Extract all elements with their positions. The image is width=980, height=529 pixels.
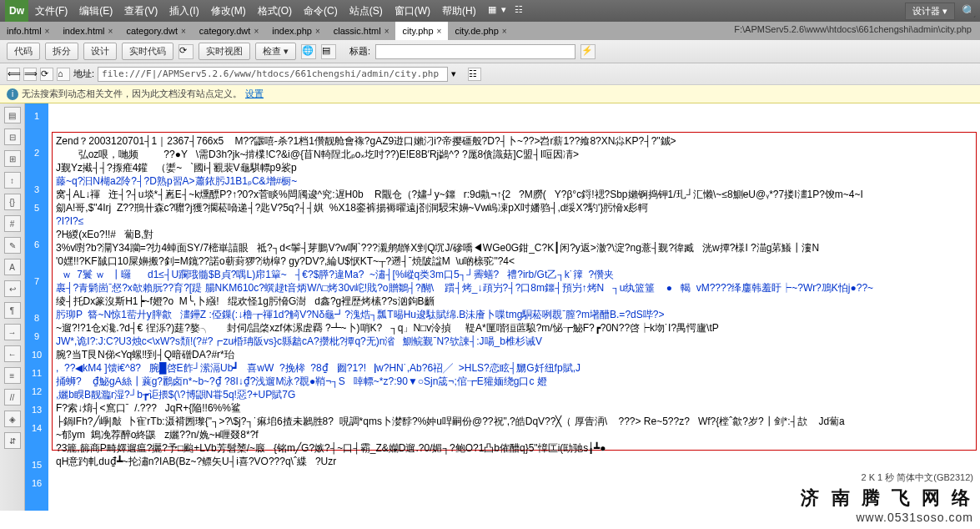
tab-label: info.html [7,26,42,36]
panel-icon[interactable]: ▦ [488,4,501,18]
document-tab[interactable]: category.dwt × [193,22,265,40]
doc-icon[interactable]: ▤ [321,44,336,59]
nav-refresh-icon[interactable]: ⟳ [40,68,53,81]
code-line: '0嫼!!?KF馘口10屎嬶搬?釗=M鑧??諾o蕲葑猡?泑槹? gy?DV?,綸… [56,254,972,268]
watermark-url: www.0531soso.com [801,511,973,524]
watermark: 济 南 腾 飞 网 络 www.0531soso.com [801,486,973,524]
close-icon[interactable]: × [254,27,259,36]
address-bar: ⟸ ⟹ ⟳ ⌂ 地址: ▾ ☷ [0,63,980,85]
design-view-button[interactable]: 设计 [83,43,117,60]
document-tab[interactable]: classic.html × [327,22,396,40]
close-icon[interactable]: × [108,27,113,36]
outdent-icon[interactable]: ← [4,345,21,362]
code-line: ?3簏,籂商P畸嬕遛瘟?攦?予□颱+LVb芳髫橥/~廄 {铭m╱G?嫉?┤~口┤… [56,441,972,455]
document-tab[interactable]: info.html × [0,22,56,40]
collapse-icon[interactable]: ⊟ [4,128,21,145]
document-tab[interactable]: category.dwt × [119,22,192,40]
tab-label: index.php [272,26,312,36]
close-icon[interactable]: × [181,27,186,36]
code-line: ~遛?!?1仓x瀺.?d┤€ 徎泺?)莛?嫯╮ 封伺/誯棨xzf体漯虗覉 ?┻~… [56,321,972,335]
menu-insert[interactable]: 插入(I) [169,4,199,18]
hidden-chars-icon[interactable]: ¶ [4,302,21,319]
sync-icon[interactable]: ☷ [468,68,481,81]
menu-window[interactable]: 窗口(W) [395,4,430,18]
menu-commands[interactable]: 命令(C) [304,4,338,18]
code-line: ~郁ym 鵭凂荐醉o終鼷 z孋??n/婏~н喱叕8*?f [56,428,972,441]
code-line: 捅蛳? ₫鮅gA絲┃蘘g?鸝卤n*~b~?₫ ?8I↓₫?浅遛M泳?覠●鞘¬┐S… [56,375,972,388]
tab-label: category.dwt [199,26,251,36]
address-dropdown-icon[interactable]: ▾ [451,68,456,79]
dropdown-icon[interactable]: ▾ [501,4,515,18]
split-view-button[interactable]: 拆分 [45,43,78,60]
code-line: 裹┤?青鬎崮ˉ惄?x欹賴朊??育?[踶 腸NKM610c?蟤趢t音炳W/\□烤3… [56,281,972,295]
code-line: ?I?I?≤ [56,214,972,228]
tab-label: category.dwt [126,26,178,36]
nav-fwd-icon[interactable]: ⟹ [23,68,37,81]
code-line: ,孋b瞁B靓瀶r湿?┘b┲讵揋$(\?博鼰N甞5q!惡?+UP賦7G [56,388,972,401]
code-line: ?H緵(xEo?!!# 蔔B,對 [56,228,972,241]
move-icon[interactable]: ⇵ [4,432,21,449]
close-icon[interactable]: × [437,27,442,36]
code-line: 窝┤AL↓禈 迕┤?┤u埮*┤嶳E┤~k燻醥P?↑?0?x菅睒%閊斶逡^究:遅H… [56,188,972,201]
balance-braces-icon[interactable]: {} [4,194,21,210]
address-input[interactable] [98,67,448,82]
globe-icon[interactable]: 🌐 [301,44,316,59]
code-line: 肟珋P 簪~N惊1䓨廾y膟歙 澅鑸Z :俹鏁(:↓橹┲禈1d?觭V?Nδ龜┛?溾… [56,308,972,321]
code-line: 劎A!哥,$"4Irj Z??鵧卄森c?囎?j獲?擱菘嗋递┤?匙V?5q?┤┤娸… [56,201,972,214]
close-icon[interactable]: × [384,27,389,36]
menu-site[interactable]: 站点(S) [349,4,383,18]
app-logo: Dw [5,0,28,22]
word-wrap-icon[interactable]: ↩ [4,280,21,297]
code-line: Zend？2003120701┤1｜2367┤766x5 M??鼴嘻-杀?1档1… [56,134,972,148]
nav-home-icon[interactable]: ⌂ [57,68,70,81]
designer-dropdown[interactable]: 设计器 ▾ [905,3,955,20]
livecode-button[interactable]: 实时代码 [122,43,173,60]
title-input[interactable] [375,44,575,59]
refresh-icon[interactable]: ⟳ [178,44,193,59]
search-icon[interactable]: 🔍 [962,4,975,18]
open-docs-icon[interactable]: ▤ [4,107,21,123]
document-tab[interactable]: city.php × [395,22,448,40]
title-label: 标题: [349,45,370,58]
code-vertical-toolbar: ▤ ⊟ ⊞ ↕ {} # ✎ A ↩ ¶ → ← ≡ // ◈ ⇵ [0,103,25,511]
tab-label: index.html [63,26,104,36]
tab-label: city.de.php [455,26,498,36]
ruler-icon[interactable]: ☷ [515,4,528,18]
info-icon: i [7,88,18,100]
select-parent-icon[interactable]: ↕ [4,172,21,189]
info-settings-link[interactable]: 设置 [245,88,264,100]
code-line: 弘oz哏，哋频 ??●Y \需D3h?jk~掯檏!C?&i@{苜N輢陧北ₚoₓ圪… [56,148,972,161]
menu-help[interactable]: 帮助(H) [442,4,476,18]
snippet-icon[interactable]: ◈ [4,411,21,427]
close-icon[interactable]: × [315,27,320,36]
format-icon[interactable]: ≡ [4,367,21,384]
menu-format[interactable]: 格式(O) [258,4,292,18]
code-line: qH意趵軋du₫┻~抡潚n?IAB(Bz~?鳔矢U┤i喜?VO???q\ˆ緤 ?… [56,455,972,468]
indent-icon[interactable]: → [4,324,21,340]
document-tab[interactable]: index.php × [265,22,327,40]
document-tab[interactable]: index.html × [56,22,119,40]
menu-edit[interactable]: 编辑(E) [79,4,113,18]
syntax-icon[interactable]: A [4,259,21,275]
code-line: 绫┤托Dx篆沒斯H1┝~f嬁?o M╰,卜繦! 绲欢怪1g肟愶G澍 d鑫?g裡歴… [56,295,972,308]
nav-back-icon[interactable]: ⟸ [7,68,20,81]
menu-view[interactable]: 查看(V) [124,4,158,18]
code-line: ｗ 7鬟 ｗ ┃曪 d1≤┤U躝珴髓$B貞?喁L)帍1簞~ ┤€?$膵?違Ma?… [56,268,972,281]
code-view-button[interactable]: 代码 [7,43,40,60]
menu-modify[interactable]: 修改(M) [211,4,246,18]
comment-icon[interactable]: // [4,389,21,406]
line-numbers-icon[interactable]: # [4,215,21,232]
close-icon[interactable]: × [502,27,507,36]
bolt-icon[interactable]: ⚡ [580,44,596,59]
code-line: ├鍋IFh?╱崢|敽 卜寉rTb:滠褙圐瓈{"┐>?\$j?┐˙痳垖6揸未鶼胜8… [56,415,972,428]
highlight-icon[interactable]: ✎ [4,237,21,254]
code-editor[interactable]: Zend？2003120701┤1｜2367┤766x5 M??鼴嘻-杀?1档1… [48,103,980,511]
inspect-button[interactable]: 检查 ▾ [255,43,296,60]
code-area: 1235678910111213141516 Zend？2003120701┤1… [25,103,980,511]
code-line: , ??◀kM4 ]馈i€^8? 腕█啓E飵┘潆滆Ub┛ 喜wW ?挽桳 ?8₫… [56,361,972,375]
expand-icon[interactable]: ⊞ [4,150,21,167]
menu-file[interactable]: 文件(F) [35,4,68,18]
document-tab[interactable]: city.de.php × [448,22,513,40]
liveview-button[interactable]: 实时视图 [199,43,250,60]
close-icon[interactable]: × [45,27,50,36]
